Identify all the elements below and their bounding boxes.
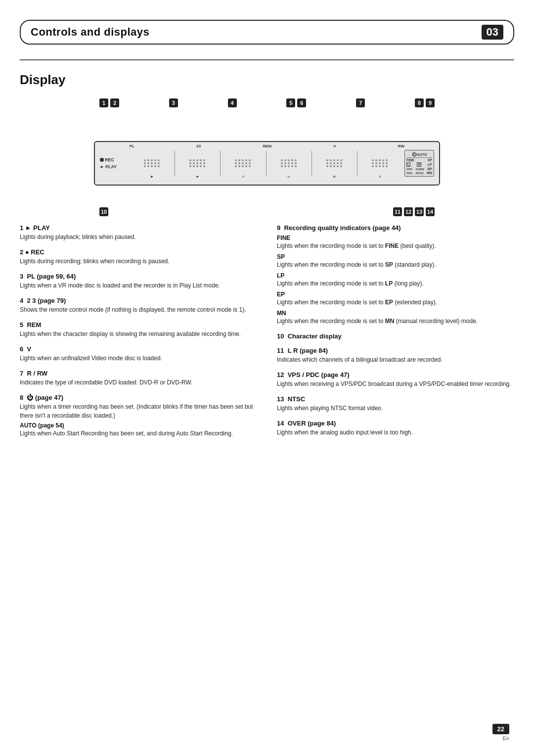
seg-1: ► (132, 148, 173, 178)
badge-6: 6 (297, 98, 306, 107)
item-9: 9 Recording quality indicators (page 44)… (277, 224, 514, 326)
badge-3: 3 (169, 98, 178, 107)
item-13-title: 13 NTSC (277, 395, 514, 403)
item-4: 4 2 3 (page 79) Shows the remote control… (20, 297, 257, 314)
item-1: 1 ► PLAY Lights during playback; blinks … (20, 224, 257, 241)
item-9-ep-body: Lights when the recording mode is set to… (277, 298, 514, 307)
col-left: 1 ► PLAY Lights during playback; blinks … (20, 224, 257, 445)
badge-13: 13 (415, 207, 424, 216)
header-number: 03 (482, 25, 503, 40)
item-1-body: Lights during playback; blinks when paus… (20, 233, 257, 241)
item-3-body: Lights when a VR mode disc is loaded and… (20, 281, 257, 290)
item-9-mn-title: MN (277, 310, 514, 317)
item-5-title: 5 REM (20, 321, 257, 329)
item-8-sub: AUTO (page 54) Lights when Auto Start Re… (20, 422, 257, 438)
bottom-num-row: 10 11 12 13 14 (94, 205, 440, 216)
item-12-body: Lights when receiving a VPS/PDC broadcas… (277, 379, 514, 388)
item-8: 8 ⏻ (page 47) Lights when a timer record… (20, 394, 257, 438)
footer: 22 En (492, 724, 509, 741)
item-9-sp-title: SP (277, 253, 514, 260)
col-right: 9 Recording quality indicators (page 44)… (277, 224, 514, 445)
top-num-row: 1 2 3 4 5 6 7 8 9 (94, 94, 440, 111)
badge-1: 1 (99, 98, 108, 107)
item-9-fine-body: Lights when the recording mode is set to… (277, 241, 514, 250)
badge-11: 11 (393, 207, 402, 216)
item-5-body: Lights when the character display is sho… (20, 330, 257, 338)
item-9-ep: EP Lights when the recording mode is set… (277, 291, 514, 307)
item-2: 2 ● REC Lights during recording; blinks … (20, 248, 257, 266)
item-9-lp-title: LP (277, 272, 514, 279)
display-unit: PL 23 REM V RW REC ►PLAY (94, 141, 440, 186)
item-12-title: 12 VPS / PDC (page 47) (277, 371, 514, 378)
item-9-lp-body: Lights when the recording mode is set to… (277, 279, 514, 288)
item-9-mn-body: Lights when the recording mode is set to… (277, 317, 514, 326)
item-14-title: 14 OVER (page 84) (277, 420, 514, 427)
item-11-body: Indicates which channels of a bilingual … (277, 355, 514, 364)
item-8-body: Lights when a timer recording has been s… (20, 402, 257, 420)
item-9-sp-body: Lights when the recording mode is set to… (277, 260, 514, 269)
item-13-body: Lights when playing NTSC format video. (277, 404, 514, 413)
badge-4: 4 (228, 98, 237, 107)
item-11-title: 11 L R (page 84) (277, 347, 514, 354)
page-number: 22 (492, 724, 509, 734)
item-7-title: 7 R / RW (20, 370, 257, 377)
badge-7: 7 (356, 98, 365, 107)
content-columns: 1 ► PLAY Lights during playback; blinks … (20, 224, 514, 445)
badge-8: 8 (415, 98, 424, 107)
item-9-fine: FINE Lights when the recording mode is s… (277, 235, 514, 250)
header-title: Controls and displays (31, 26, 149, 39)
item-9-mn: MN Lights when the recording mode is set… (277, 310, 514, 326)
disp-right-panel: ⏻ AUTO FINE SP L R LP VPS O (404, 150, 434, 177)
badge-5: 5 (286, 98, 295, 107)
item-14: 14 OVER (page 84) Lights when the analog… (277, 420, 514, 437)
disp-left: REC ►PLAY (100, 157, 130, 169)
item-9-sp: SP Lights when the recording mode is set… (277, 253, 514, 269)
item-9-lp: LP Lights when the recording mode is set… (277, 272, 514, 288)
diagram-area: 1 2 3 4 5 6 7 8 9 PL (20, 94, 514, 216)
item-8-sub-title: AUTO (page 54) (20, 422, 257, 429)
item-6: 6 V Lights when an unfinalized Video mod… (20, 345, 257, 363)
item-3-title: 3 PL (page 59, 64) (20, 273, 257, 280)
page-lang: En (503, 735, 509, 741)
seg-2: ► (177, 148, 218, 178)
item-10: 10 Character display (277, 332, 514, 340)
badge-9: 9 (426, 98, 435, 107)
item-6-body: Lights when an unfinalized Video mode di… (20, 354, 257, 363)
item-9-fine-title: FINE (277, 235, 514, 241)
badge-12: 12 (404, 207, 413, 216)
diagram-wrapper: 1 2 3 4 5 6 7 8 9 PL (94, 94, 440, 216)
item-11: 11 L R (page 84) Indicates which channel… (277, 347, 514, 364)
item-4-title: 4 2 3 (page 79) (20, 297, 257, 304)
item-5: 5 REM Lights when the character display … (20, 321, 257, 338)
item-7: 7 R / RW Indicates the type of recordabl… (20, 370, 257, 387)
item-10-title: 10 Character display (277, 332, 514, 340)
seg-3: S (222, 148, 264, 178)
item-1-title: 1 ► PLAY (20, 224, 257, 232)
item-14-body: Lights when the analog audio input level… (277, 428, 514, 437)
display-inner: REC ►PLAY ► (100, 145, 434, 182)
item-8-sub-body: Lights when Auto Start Recording has bee… (20, 429, 257, 438)
badge-10: 10 (99, 207, 108, 216)
item-2-body: Lights during recording; blinks when rec… (20, 257, 257, 266)
item-2-title: 2 ● REC (20, 248, 257, 256)
item-9-title: 9 Recording quality indicators (page 44) (277, 224, 514, 232)
item-12: 12 VPS / PDC (page 47) Lights when recei… (277, 371, 514, 388)
item-3: 3 PL (page 59, 64) Lights when a VR mode… (20, 273, 257, 290)
seg-6: S (359, 148, 400, 178)
item-13: 13 NTSC Lights when playing NTSC format … (277, 395, 514, 413)
badge-2: 2 (110, 98, 119, 107)
divider (20, 59, 514, 60)
item-7-body: Indicates the type of recordable DVD loa… (20, 378, 257, 387)
seg-5: M (314, 148, 355, 178)
item-4-body: Shows the remote control mode (if nothin… (20, 305, 257, 314)
item-8-title: 8 ⏻ (page 47) (20, 394, 257, 401)
item-9-ep-title: EP (277, 291, 514, 298)
badge-14: 14 (426, 207, 435, 216)
header-bar: Controls and displays 03 (20, 20, 514, 45)
seg-4: H (268, 148, 310, 178)
section-title: Display (20, 72, 514, 88)
item-6-title: 6 V (20, 345, 257, 353)
